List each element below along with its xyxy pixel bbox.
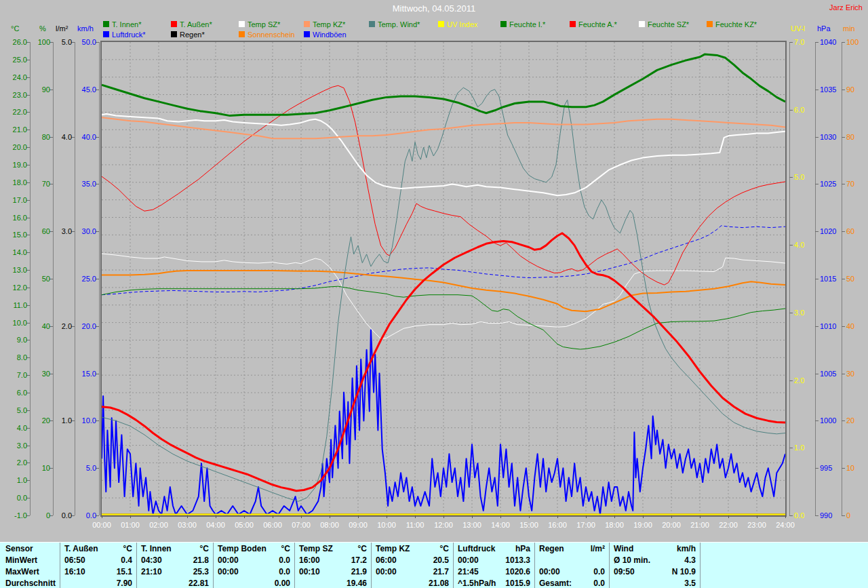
- legend-item-feuchte-i[interactable]: Feuchte I.*: [500, 20, 545, 28]
- stat-sensor-name: Regen: [534, 543, 572, 554]
- axis-tick: [815, 468, 818, 469]
- x-tick-label: 22:00: [715, 521, 742, 529]
- axis-tick: [789, 448, 793, 448]
- stat-value-cell: 1013.3: [498, 555, 534, 565]
- axis-tick: [842, 184, 845, 184]
- axis-tick-label: 50: [846, 275, 868, 283]
- stat-time-cell: 00:00: [453, 554, 498, 566]
- axis-tick-label: 3.0: [794, 309, 821, 317]
- stat-value-cell: 21.7: [414, 567, 453, 576]
- axis-unit-C: °C: [11, 24, 19, 33]
- axis-tick-label: 10.0: [65, 416, 96, 425]
- x-tick-label: 08:00: [316, 521, 343, 529]
- x-tick-label: 15:00: [515, 521, 542, 529]
- legend-item-temp-wind[interactable]: Temp. Wind*: [369, 20, 420, 28]
- axis-tick-label: 1.0: [794, 444, 821, 452]
- table-row-label: Durchschnitt: [0, 579, 60, 588]
- axis-tick: [815, 42, 818, 43]
- axis-tick-label: 10: [846, 464, 868, 472]
- axis-unit-min: min: [843, 24, 855, 33]
- x-tick: [529, 515, 530, 518]
- x-tick: [330, 515, 330, 518]
- x-tick: [387, 515, 387, 518]
- table-row: MaxWert16:1015.121:1025.300:000.000:1021…: [0, 566, 868, 577]
- legend-color-swatch: [239, 31, 245, 37]
- legend-item-feuchte-a[interactable]: Feuchte A.*: [570, 20, 617, 28]
- axis-tick: [815, 137, 818, 138]
- x-tick: [187, 515, 188, 518]
- x-tick: [700, 515, 701, 518]
- axis-tick: [842, 420, 845, 421]
- axis-tick-label: 1.0: [0, 476, 27, 484]
- legend-item-sonnenschein[interactable]: Sonnenschein: [239, 31, 295, 38]
- stat-value-cell: 15.1: [100, 567, 136, 576]
- x-tick: [301, 515, 302, 518]
- stat-value-cell: N 10.9: [652, 567, 700, 576]
- legend-item-label: Feuchte KZ*: [715, 20, 757, 28]
- chart-canvas: [102, 42, 785, 515]
- stat-time-cell: 06:50: [60, 554, 100, 566]
- axis-tick: [842, 326, 845, 327]
- stat-sensor-unit: km/h: [652, 544, 700, 553]
- stat-time-cell: Gesamt:: [534, 577, 572, 588]
- legend-color-swatch: [369, 21, 375, 27]
- axis-tick-label: 9.0: [0, 336, 27, 344]
- axis-tick: [842, 137, 845, 138]
- stat-time-cell: 00:00: [213, 554, 258, 566]
- axis-unit-UVI: UV-I: [791, 24, 805, 33]
- legend-item-regen[interactable]: Regen*: [171, 31, 205, 38]
- stat-time-cell: 00:00: [213, 566, 258, 577]
- legend-item-temp-sz[interactable]: Temp SZ*: [239, 20, 280, 28]
- x-tick: [358, 515, 359, 518]
- legend-item-t-au-en[interactable]: T. Außen*: [171, 20, 212, 28]
- legend-item-label: UV Index: [447, 20, 477, 28]
- stat-value-cell: 3.5: [652, 579, 700, 588]
- axis-tick-label: 70: [846, 180, 868, 188]
- axis-tick: [842, 515, 845, 516]
- stat-time-cell: 00:00: [534, 566, 572, 577]
- axis-tick-label: 10: [19, 464, 50, 472]
- axis-tick-label: 4.0: [0, 424, 27, 432]
- axis-tick-label: 30: [19, 370, 50, 378]
- legend-item-uv-index[interactable]: UV Index: [438, 20, 477, 28]
- legend-item-label: T. Innen*: [112, 20, 141, 28]
- legend-item-label: Regen*: [180, 31, 205, 39]
- axis-tick-label: 8.0: [0, 353, 27, 361]
- legend-item-feuchte-kz[interactable]: Feuchte KZ*: [707, 20, 757, 28]
- x-tick-label: 05:00: [231, 521, 258, 529]
- stat-time-cell: [60, 577, 100, 588]
- legend-color-swatch: [707, 21, 713, 27]
- axis-tick-label: 0.0: [0, 494, 27, 502]
- legend-item-luftdruck[interactable]: Luftdruck*: [103, 31, 146, 38]
- axis-tick: [842, 231, 845, 232]
- axis-tick-label: 50.0: [65, 38, 96, 46]
- stat-value-cell: 0.00: [258, 579, 294, 588]
- legend-item-t-innen[interactable]: T. Innen*: [103, 20, 141, 28]
- stat-time-cell: [534, 554, 572, 566]
- stat-sensor-unit: °C: [414, 544, 453, 553]
- x-tick-label: 20:00: [658, 521, 685, 529]
- stat-time-cell: 16:10: [60, 566, 100, 577]
- legend-item-feuchte-sz[interactable]: Feuchte SZ*: [639, 20, 689, 28]
- legend-item-label: Luftdruck*: [112, 31, 146, 39]
- axis-line: [789, 42, 790, 515]
- axis-unit-: %: [39, 24, 46, 33]
- axis-tick-label: 90: [19, 85, 50, 94]
- x-tick-label: 07:00: [288, 521, 315, 529]
- axis-tick-label: 15.0: [65, 370, 96, 378]
- axis-tick-label: 30.0: [65, 227, 96, 235]
- axis-tick-label: 80: [846, 133, 868, 141]
- stat-value-cell: 20.5: [414, 555, 453, 565]
- stat-time-cell: 21:45: [453, 566, 498, 577]
- stat-value-cell: 21.08: [414, 579, 453, 588]
- stat-sensor-name: Luftdruck: [453, 543, 498, 554]
- axis-tick: [842, 374, 845, 374]
- stat-time-cell: ^1.5hPa/h: [453, 577, 498, 588]
- table-filler-cell: [700, 566, 868, 577]
- legend-item-windb-en[interactable]: Windböen: [304, 31, 347, 38]
- stat-sensor-unit: °C: [335, 544, 371, 553]
- legend-color-swatch: [103, 21, 109, 27]
- legend-item-temp-kz[interactable]: Temp KZ*: [304, 20, 345, 28]
- axis-line: [53, 42, 54, 515]
- axis-tick: [842, 279, 845, 279]
